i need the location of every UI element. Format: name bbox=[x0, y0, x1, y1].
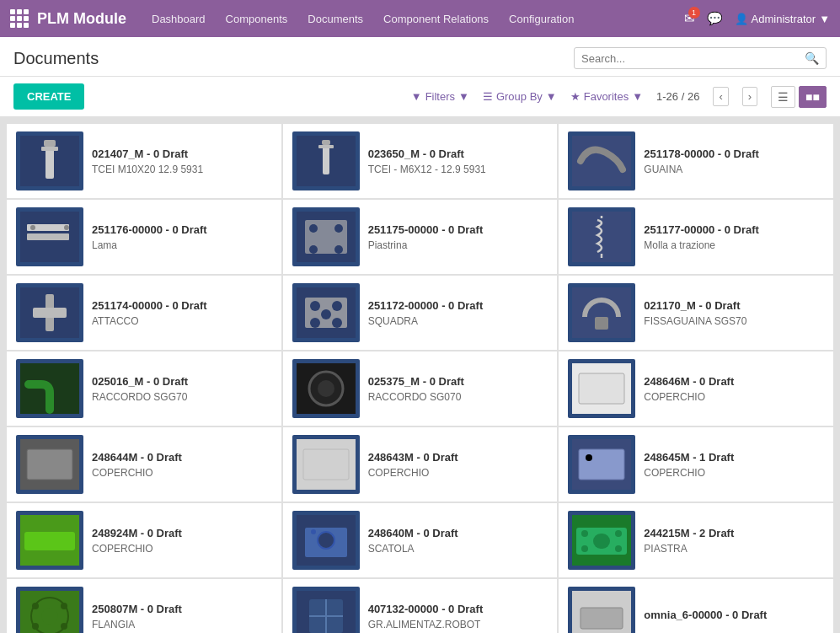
list-item[interactable]: 251178-00000 - 0 DraftGUAINA bbox=[559, 124, 833, 198]
list-item[interactable]: 248640M - 0 DraftSCATOLA bbox=[283, 503, 558, 577]
card-description: FISSAGUAINA SGS70 bbox=[644, 315, 824, 327]
card-description: COPERCHIO bbox=[644, 391, 824, 403]
card-title: 248640M - 0 Draft bbox=[368, 527, 548, 539]
card-title: 251176-00000 - 0 Draft bbox=[92, 223, 272, 236]
list-item[interactable]: 025016_M - 0 DraftRACCORDO SGG70 bbox=[7, 351, 281, 426]
svg-rect-31 bbox=[572, 287, 631, 338]
svg-point-27 bbox=[332, 301, 342, 311]
card-info: 021170_M - 0 DraftFISSAGUAINA SGS70 bbox=[644, 299, 824, 327]
card-info: 244215M - 2 DraftPIASTRA bbox=[644, 527, 824, 555]
svg-point-50 bbox=[318, 532, 334, 549]
card-description: RACCORDO SGG70 bbox=[92, 391, 272, 403]
card-info: 251175-00000 - 0 DraftPiastrina bbox=[368, 223, 548, 251]
svg-point-16 bbox=[309, 224, 318, 233]
group-by-button[interactable]: ☰ Group By ▼ bbox=[483, 90, 557, 103]
card-info: 251172-00000 - 0 DraftSQUADRA bbox=[368, 299, 548, 327]
card-description: SQUADRA bbox=[368, 315, 548, 327]
nav-dashboard[interactable]: Dashboard bbox=[152, 13, 206, 25]
user-label: Administrator bbox=[752, 13, 816, 25]
card-info: 251174-00000 - 0 DraftATTACCO bbox=[92, 299, 272, 327]
card-description: RACCORDO SG070 bbox=[368, 391, 548, 403]
list-view-button[interactable]: ☰ bbox=[771, 86, 795, 108]
search-bar[interactable]: 🔍 bbox=[574, 47, 827, 69]
list-item[interactable]: 251174-00000 - 0 DraftATTACCO bbox=[7, 276, 281, 350]
filters-button[interactable]: ▼ Filters ▼ bbox=[411, 90, 469, 103]
apps-icon[interactable] bbox=[10, 9, 29, 28]
nav-component-relations[interactable]: Component Relations bbox=[383, 13, 489, 25]
main-nav: Dashboard Components Documents Component… bbox=[152, 13, 684, 25]
svg-rect-58 bbox=[593, 534, 610, 549]
list-item[interactable]: 248646M - 0 DraftCOPERCHIO bbox=[559, 351, 833, 426]
list-item[interactable]: 251172-00000 - 0 DraftSQUADRA bbox=[283, 276, 558, 350]
documents-grid: 021407_M - 0 DraftTCEI M10X20 12.9 59310… bbox=[0, 117, 840, 633]
card-info: 021407_M - 0 DraftTCEI M10X20 12.9 5931 bbox=[92, 148, 272, 175]
svg-rect-44 bbox=[579, 449, 624, 480]
filter-icon: ▼ bbox=[411, 90, 422, 103]
card-description: COPERCHIO bbox=[368, 467, 548, 479]
svg-point-45 bbox=[586, 454, 592, 461]
svg-rect-38 bbox=[579, 373, 624, 404]
list-item[interactable]: 023650_M - 0 DraftTCEI - M6X12 - 12.9 59… bbox=[283, 124, 558, 198]
card-thumbnail bbox=[292, 435, 360, 494]
list-item[interactable]: 250807M - 0 DraftFLANGIA bbox=[7, 579, 281, 633]
svg-rect-5 bbox=[322, 140, 330, 145]
filters-chevron: ▼ bbox=[458, 90, 469, 103]
list-item[interactable]: 248924M - 0 DraftCOPERCHIO bbox=[7, 503, 281, 577]
svg-rect-42 bbox=[303, 449, 349, 480]
card-thumbnail bbox=[568, 359, 635, 418]
topbar-right: ✉ 1 💬 👤 Administrator ▼ bbox=[684, 11, 830, 26]
card-description: Lama bbox=[92, 239, 272, 251]
svg-point-62 bbox=[32, 603, 39, 609]
svg-rect-23 bbox=[33, 308, 67, 318]
card-title: 248645M - 1 Draft bbox=[644, 451, 824, 464]
notification-icon[interactable]: ✉ 1 bbox=[684, 11, 695, 26]
list-item[interactable]: 244215M - 2 DraftPIASTRA bbox=[559, 503, 833, 577]
nav-configuration[interactable]: Configuration bbox=[509, 13, 574, 25]
svg-point-64 bbox=[32, 623, 39, 630]
card-description: TCEI M10X20 12.9 5931 bbox=[92, 164, 272, 175]
grid-view-button[interactable]: ■■ bbox=[799, 86, 827, 108]
user-menu[interactable]: 👤 Administrator ▼ bbox=[735, 13, 830, 25]
card-thumbnail bbox=[16, 207, 83, 266]
prev-page-button[interactable]: ‹ bbox=[713, 87, 728, 106]
card-title: 244215M - 2 Draft bbox=[644, 527, 824, 539]
card-thumbnail bbox=[292, 359, 360, 418]
card-title: 248646M - 0 Draft bbox=[644, 375, 824, 388]
list-item[interactable]: 248644M - 0 DraftCOPERCHIO bbox=[7, 427, 281, 502]
card-info: 025375_M - 0 DraftRACCORDO SG070 bbox=[368, 375, 548, 403]
search-icon: 🔍 bbox=[805, 51, 819, 65]
list-item[interactable]: 251176-00000 - 0 DraftLama bbox=[7, 200, 281, 274]
card-thumbnail bbox=[16, 511, 83, 570]
card-thumbnail bbox=[16, 359, 83, 418]
list-item[interactable]: 021407_M - 0 DraftTCEI M10X20 12.9 5931 bbox=[7, 124, 281, 198]
list-item[interactable]: 251177-00000 - 0 DraftMolla a trazione bbox=[559, 200, 833, 274]
list-item[interactable]: omnia_6-00000 - 0 Draft bbox=[559, 579, 833, 633]
svg-rect-1 bbox=[44, 140, 56, 147]
card-description: GR.ALIMENTAZ.ROBOT bbox=[368, 619, 548, 630]
list-item[interactable]: 025375_M - 0 DraftRACCORDO SG070 bbox=[283, 351, 558, 426]
search-input[interactable] bbox=[581, 52, 805, 65]
list-item[interactable]: 407132-00000 - 0 DraftGR.ALIMENTAZ.ROBOT bbox=[283, 579, 558, 633]
svg-point-18 bbox=[309, 245, 318, 254]
card-title: 021170_M - 0 Draft bbox=[644, 299, 824, 312]
card-title: 248924M - 0 Draft bbox=[92, 527, 272, 539]
favorites-button[interactable]: ★ Favorites ▼ bbox=[570, 90, 643, 103]
card-thumbnail bbox=[568, 435, 635, 494]
next-page-button[interactable]: › bbox=[742, 87, 757, 106]
card-description: COPERCHIO bbox=[92, 467, 272, 479]
chat-icon[interactable]: 💬 bbox=[707, 11, 723, 26]
list-item[interactable]: 248645M - 1 DraftCOPERCHIO bbox=[559, 427, 833, 502]
nav-components[interactable]: Components bbox=[226, 13, 288, 25]
card-title: 025375_M - 0 Draft bbox=[368, 375, 548, 388]
list-item[interactable]: 248643M - 0 DraftCOPERCHIO bbox=[283, 427, 558, 502]
list-item[interactable]: 251175-00000 - 0 DraftPiastrina bbox=[283, 200, 558, 274]
card-thumbnail bbox=[568, 511, 635, 570]
svg-point-61 bbox=[41, 608, 58, 625]
card-thumbnail bbox=[568, 587, 635, 633]
create-button[interactable]: CREATE bbox=[13, 83, 84, 110]
nav-documents[interactable]: Documents bbox=[308, 13, 363, 25]
card-thumbnail bbox=[16, 131, 83, 190]
card-thumbnail bbox=[16, 283, 83, 342]
pagination-info: 1-26 / 26 bbox=[656, 90, 699, 103]
list-item[interactable]: 021170_M - 0 DraftFISSAGUAINA SGS70 bbox=[559, 276, 833, 350]
